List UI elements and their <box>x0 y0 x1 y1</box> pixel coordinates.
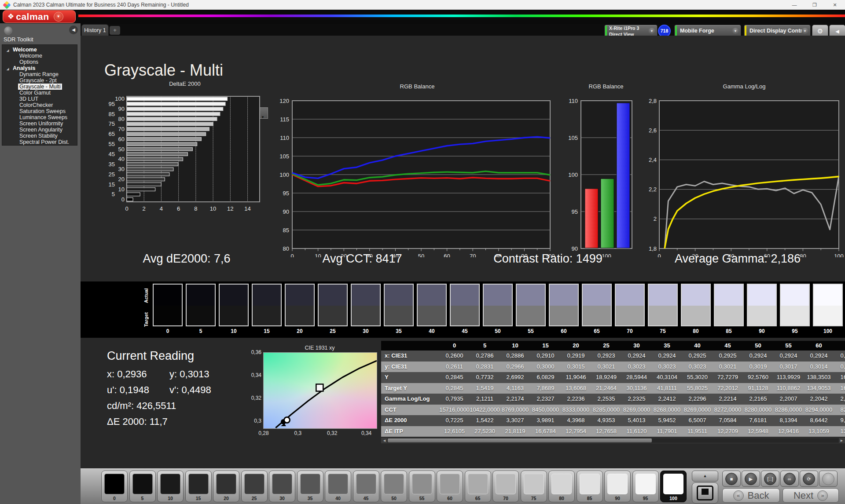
patch-button-55[interactable]: 55 <box>409 471 435 502</box>
transport-row: ■▶[‥]∞⟳ <box>722 471 838 487</box>
refresh-button[interactable]: ⟳ <box>800 471 818 487</box>
target-label: Target <box>143 307 151 332</box>
chevron-down-icon[interactable]: ▼ <box>648 28 655 35</box>
sidebar-item-grayscale-multi[interactable]: Grayscale - Multi <box>2 84 77 90</box>
minimize-button[interactable]: — <box>784 0 805 10</box>
svg-text:2: 2 <box>143 205 146 212</box>
patch-button-30[interactable]: 30 <box>269 471 295 502</box>
scroll-left-icon[interactable]: ◀ <box>382 438 387 443</box>
tab-history[interactable]: History 1 <box>81 24 109 36</box>
patch-button-70[interactable]: 70 <box>492 471 519 502</box>
stop-button[interactable]: ■ <box>722 471 741 487</box>
table-cell: 10422,0000 <box>470 405 500 416</box>
calman-brand: calman <box>16 11 49 22</box>
patch-label: 50 <box>381 496 407 501</box>
page-title: Grayscale - Multi <box>104 61 223 80</box>
swatch-label: 95 <box>780 328 810 334</box>
back-button[interactable]: « Back <box>722 488 780 503</box>
swatch-40: 40 <box>417 284 447 334</box>
swatch-target <box>484 306 512 325</box>
patch-button-5[interactable]: 5 <box>129 471 156 502</box>
patch-button-90[interactable]: 90 <box>604 471 631 502</box>
patch-chip <box>440 474 460 494</box>
patch-button-60[interactable]: 60 <box>437 471 463 502</box>
app-logo-icon <box>3 1 11 9</box>
table-cell: 161,71 <box>834 383 845 394</box>
loop-button[interactable]: ∞ <box>780 471 799 487</box>
table-cell: 0,3023 <box>621 362 652 373</box>
table-hscrollbar[interactable]: ◀ ▶ <box>381 438 845 443</box>
swatch-box <box>318 284 348 326</box>
patch-button-0[interactable]: 0 <box>101 471 128 502</box>
table-cell: 8,1394 <box>773 415 804 426</box>
patch-label: 55 <box>409 496 435 501</box>
table-cell: 0,2611 <box>439 362 470 373</box>
patch-button-85[interactable]: 85 <box>577 471 603 502</box>
patch-button-75[interactable]: 75 <box>521 471 547 502</box>
patch-button-20[interactable]: 20 <box>213 471 239 502</box>
sidebar-item-screen-stability[interactable]: Screen Stability <box>2 133 77 139</box>
sidebar-item-options[interactable]: Options <box>2 59 77 65</box>
tree-group-welcome[interactable]: ◢Welcome <box>2 47 77 53</box>
patch-button-80[interactable]: 80 <box>548 471 575 502</box>
swatch-label: 50 <box>483 328 513 334</box>
calman-dropdown-icon[interactable]: ▼ <box>54 12 63 22</box>
rgb-balance-bar-chart: 9095100105110100 <box>567 89 645 257</box>
patch-button-25[interactable]: 25 <box>241 471 268 502</box>
cie-y-tick: 0,36 <box>246 349 261 355</box>
blank-button[interactable] <box>819 471 838 487</box>
svg-text:100: 100 <box>115 95 125 102</box>
add-tab-button[interactable]: + <box>110 26 120 35</box>
workflow-orb-icon[interactable] <box>4 26 12 35</box>
sidebar-item-grayscale-2pt[interactable]: Grayscale - 2pt <box>2 77 77 84</box>
sidebar-item-spectral-power-dist[interactable]: Spectral Power Dist. <box>2 139 77 145</box>
sidebar-item-welcome[interactable]: Welcome <box>2 53 77 59</box>
patch-chip <box>412 474 432 494</box>
table-cell: 0,2910 <box>530 351 561 362</box>
next-button[interactable]: Next » <box>783 488 839 503</box>
scroll-right-icon[interactable]: ▶ <box>839 438 845 443</box>
play-button[interactable]: ▶ <box>742 471 760 487</box>
chevron-down-icon[interactable]: ▼ <box>732 28 739 35</box>
sidebar-item-screen-angularity[interactable]: Screen Angularity <box>2 127 77 133</box>
sidebar-item-saturation-sweeps[interactable]: Saturation Sweeps <box>2 108 77 114</box>
sidebar-item-color-gamut[interactable]: Color Gamut <box>2 90 77 96</box>
patch-button-35[interactable]: 35 <box>297 471 323 502</box>
patch-button-65[interactable]: 65 <box>465 471 491 502</box>
patch-button-10[interactable]: 10 <box>157 471 184 502</box>
swatch-target <box>583 306 611 325</box>
range-button[interactable]: [‥] <box>761 471 779 487</box>
table-cell: 91,1128 <box>743 383 773 394</box>
pattern-window-button[interactable] <box>692 482 718 504</box>
table-cell: 0,3021 <box>591 362 621 373</box>
patch-button-95[interactable]: 95 <box>632 471 659 502</box>
svg-text:100: 100 <box>279 172 289 178</box>
patch-button-50[interactable]: 50 <box>381 471 407 502</box>
patch-button-45[interactable]: 45 <box>353 471 379 502</box>
sidebar-item-dynamic-range[interactable]: Dynamic Range <box>2 71 77 77</box>
patch-button-15[interactable]: 15 <box>185 471 212 502</box>
patch-button-100[interactable]: 100 <box>660 471 687 502</box>
cie-x-tick: 0,32 <box>326 430 339 436</box>
table-cell: 2,2042 <box>804 394 834 405</box>
sidebar-item-screen-uniformity[interactable]: Screen Uniformity <box>2 121 77 127</box>
restore-button[interactable]: ❐ <box>805 0 825 10</box>
calman-menu-button[interactable]: ❖ calman ▼ <box>3 10 76 23</box>
sidebar-item-luminance-sweeps[interactable]: Luminance Sweeps <box>2 114 77 121</box>
swatch-70: 70 <box>615 284 645 334</box>
patch-button-40[interactable]: 40 <box>325 471 351 502</box>
table-cell: 11,7901 <box>652 426 682 437</box>
table-cell: 5,9452 <box>652 415 682 426</box>
table-cell: 28,5944 <box>621 372 652 383</box>
scrollbar-thumb[interactable] <box>388 438 652 442</box>
sidebar-item-colorchecker[interactable]: ColorChecker <box>2 102 77 108</box>
pattern-up-button[interactable]: ▲ <box>692 471 718 482</box>
tree-group-analysis[interactable]: ◢Analysis <box>2 65 77 71</box>
table-cell: 0,2845 <box>439 372 470 383</box>
chevron-down-icon[interactable]: ▼ <box>801 28 808 35</box>
close-button[interactable]: ✕ <box>825 0 845 10</box>
sidebar-item-3d-lut[interactable]: 3D LUT <box>2 96 77 102</box>
sidebar-collapse-button[interactable]: ◀ <box>69 26 78 34</box>
swatch-box <box>450 284 480 326</box>
table-cell: 8333,0000 <box>561 405 591 416</box>
